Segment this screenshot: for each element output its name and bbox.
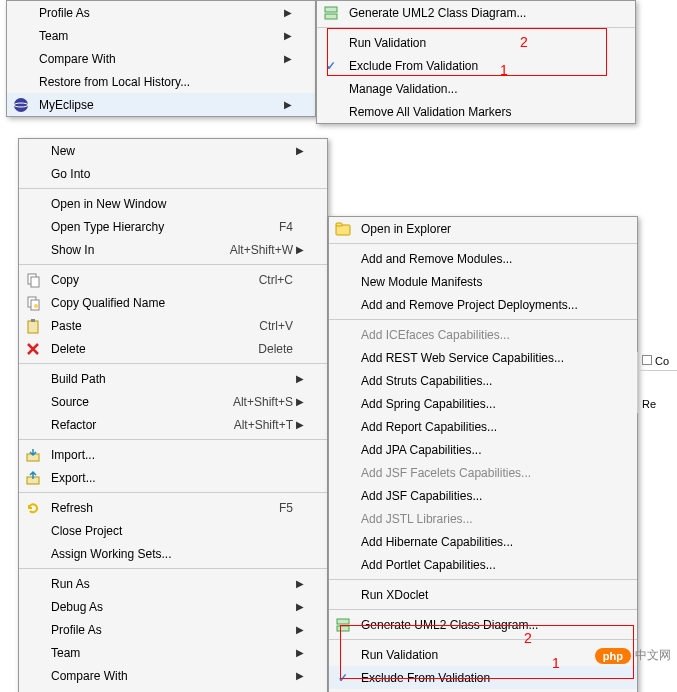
menu-item-myeclipse[interactable]: MyEclipse▶: [7, 93, 315, 116]
menu-item-restore-from-local-history[interactable]: Restore from Local History...: [7, 70, 315, 93]
watermark-badge: php: [595, 648, 631, 664]
separator: [329, 579, 637, 580]
menu-item-label: Open in New Window: [47, 197, 293, 211]
menu-item-export[interactable]: Export...: [19, 466, 327, 489]
menu-item-label: Manage Validation...: [345, 82, 601, 96]
menu-item-manage-validation[interactable]: Manage Validation...: [317, 77, 635, 100]
menu-item-run-as[interactable]: Run As▶: [19, 572, 327, 595]
menu-item-go-into[interactable]: Go Into: [19, 162, 327, 185]
menu-item-generate-uml2-class-diagram[interactable]: Generate UML2 Class Diagram...: [317, 1, 635, 24]
menu-item-add-spring-capabilities[interactable]: Add Spring Capabilities...: [329, 392, 637, 415]
context-menu-top-left: Profile As▶Team▶Compare With▶Restore fro…: [6, 0, 316, 117]
menu-item-label: Export...: [47, 471, 293, 485]
annotation-1-top: 1: [500, 62, 508, 78]
menu-item-assign-working-sets[interactable]: Assign Working Sets...: [19, 542, 327, 565]
menu-item-copy-qualified-name[interactable]: Copy Qualified Name: [19, 291, 327, 314]
side-tab-re[interactable]: Re: [638, 395, 677, 413]
menu-item-copy[interactable]: CopyCtrl+C: [19, 268, 327, 291]
shortcut-label: F5: [203, 501, 293, 515]
menu-item-exclude-from-validation[interactable]: Exclude From Validation: [329, 666, 637, 689]
menu-item-run-xdoclet[interactable]: Run XDoclet: [329, 583, 637, 606]
menu-item-refactor[interactable]: RefactorAlt+Shift+T▶: [19, 413, 327, 436]
submenu-arrow-icon: ▶: [281, 53, 295, 64]
svg-rect-9: [28, 321, 38, 333]
menu-item-compare-with[interactable]: Compare With▶: [7, 47, 315, 70]
svg-point-0: [14, 98, 28, 112]
separator: [19, 363, 327, 364]
menu-item-source[interactable]: SourceAlt+Shift+S▶: [19, 390, 327, 413]
uml-icon: [329, 617, 357, 633]
menu-item-add-rest-web-service-capabilities[interactable]: Add REST Web Service Capabilities...: [329, 346, 637, 369]
refresh-icon: [19, 500, 47, 516]
menu-item-label: New Module Manifests: [357, 275, 603, 289]
menu-item-add-report-capabilities[interactable]: Add Report Capabilities...: [329, 415, 637, 438]
menu-item-exclude-from-validation[interactable]: Exclude From Validation: [317, 54, 635, 77]
svg-rect-2: [325, 7, 337, 12]
menu-item-remove-all-validation-markers[interactable]: Remove All Validation Markers: [317, 100, 635, 123]
menu-item-label: Add Struts Capabilities...: [357, 374, 603, 388]
menu-item-label: Run As: [47, 577, 293, 591]
shortcut-label: Alt+Shift+S: [203, 395, 293, 409]
menu-item-new-module-manifests[interactable]: New Module Manifests: [329, 270, 637, 293]
menu-item-label: Open Type Hierarchy: [47, 220, 203, 234]
menu-item-label: Add Portlet Capabilities...: [357, 558, 603, 572]
menu-item-label: Build Path: [47, 372, 293, 386]
annotation-2-bottom: 2: [524, 630, 532, 646]
menu-item-add-struts-capabilities[interactable]: Add Struts Capabilities...: [329, 369, 637, 392]
menu-item-label: Generate UML2 Class Diagram...: [345, 6, 601, 20]
menu-item-import[interactable]: Import...: [19, 443, 327, 466]
menu-item-run-validation[interactable]: Run Validation: [317, 31, 635, 54]
menu-item-delete[interactable]: DeleteDelete: [19, 337, 327, 360]
svg-rect-16: [337, 626, 349, 631]
menu-item-run-validation[interactable]: Run Validation: [329, 643, 637, 666]
menu-item-restore-from-local-history[interactable]: Restore from Local History...: [19, 687, 327, 692]
menu-item-label: Close Project: [47, 524, 293, 538]
menu-item-label: Compare With: [35, 52, 281, 66]
separator: [329, 639, 637, 640]
menu-item-label: MyEclipse: [35, 98, 281, 112]
menu-item-add-jsf-capabilities[interactable]: Add JSF Capabilities...: [329, 484, 637, 507]
menu-item-label: Go Into: [47, 167, 293, 181]
menu-item-add-hibernate-capabilities[interactable]: Add Hibernate Capabilities...: [329, 530, 637, 553]
menu-item-team[interactable]: Team▶: [7, 24, 315, 47]
submenu-arrow-icon: ▶: [293, 145, 307, 156]
menu-item-profile-as[interactable]: Profile As▶: [7, 1, 315, 24]
menu-item-add-and-remove-project-deployments[interactable]: Add and Remove Project Deployments...: [329, 293, 637, 316]
menu-item-add-and-remove-modules[interactable]: Add and Remove Modules...: [329, 247, 637, 270]
separator: [19, 188, 327, 189]
menu-item-open-in-explorer[interactable]: Open in Explorer: [329, 217, 637, 240]
menu-item-close-project[interactable]: Close Project: [19, 519, 327, 542]
menu-item-label: Add and Remove Project Deployments...: [357, 298, 603, 312]
submenu-arrow-icon: ▶: [293, 601, 307, 612]
menu-item-refresh[interactable]: RefreshF5: [19, 496, 327, 519]
menu-item-label: Team: [47, 646, 293, 660]
svg-rect-10: [31, 319, 35, 322]
svg-rect-15: [337, 619, 349, 624]
explorer-icon: [329, 221, 357, 237]
menu-item-team[interactable]: Team▶: [19, 641, 327, 664]
menu-item-label: Copy: [47, 273, 203, 287]
submenu-arrow-icon: ▶: [293, 373, 307, 384]
menu-item-label: Exclude From Validation: [357, 671, 603, 685]
delete-icon: [19, 341, 47, 357]
side-tab-co[interactable]: Co: [638, 352, 677, 371]
submenu-arrow-icon: ▶: [293, 244, 307, 255]
menu-item-show-in[interactable]: Show InAlt+Shift+W▶: [19, 238, 327, 261]
menu-item-label: Add JSF Capabilities...: [357, 489, 603, 503]
menu-item-label: Restore from Local History...: [35, 75, 281, 89]
menu-item-debug-as[interactable]: Debug As▶: [19, 595, 327, 618]
menu-item-add-jpa-capabilities[interactable]: Add JPA Capabilities...: [329, 438, 637, 461]
menu-item-open-type-hierarchy[interactable]: Open Type HierarchyF4: [19, 215, 327, 238]
menu-item-compare-with[interactable]: Compare With▶: [19, 664, 327, 687]
menu-item-open-in-new-window[interactable]: Open in New Window: [19, 192, 327, 215]
menu-item-paste[interactable]: PasteCtrl+V: [19, 314, 327, 337]
uml-icon: [317, 5, 345, 21]
menu-item-new[interactable]: New▶: [19, 139, 327, 162]
menu-item-label: Profile As: [47, 623, 293, 637]
menu-item-generate-uml2-class-diagram[interactable]: Generate UML2 Class Diagram...: [329, 613, 637, 636]
menu-item-profile-as[interactable]: Profile As▶: [19, 618, 327, 641]
menu-item-add-portlet-capabilities[interactable]: Add Portlet Capabilities...: [329, 553, 637, 576]
menu-item-label: Import...: [47, 448, 293, 462]
menu-item-build-path[interactable]: Build Path▶: [19, 367, 327, 390]
menu-item-label: Assign Working Sets...: [47, 547, 293, 561]
